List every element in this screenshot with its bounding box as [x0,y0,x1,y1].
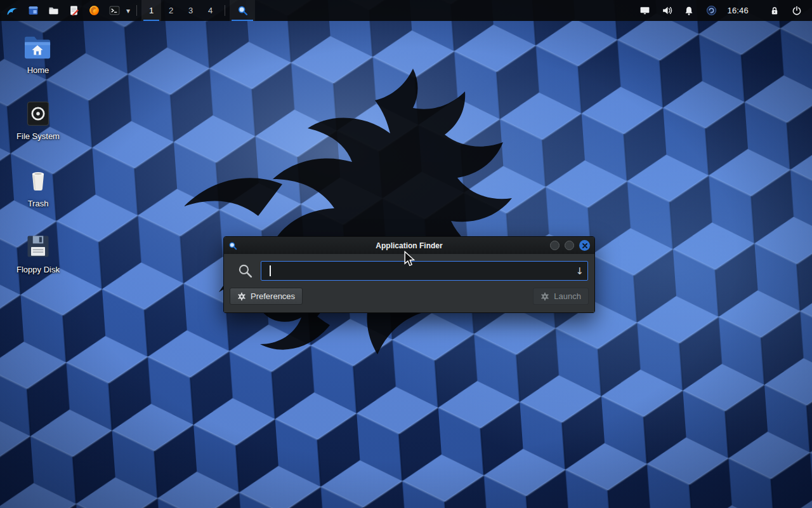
clock[interactable]: 16:46 [727,6,749,15]
panel-tray-area: 16:46 [638,0,809,21]
screen-lock-button[interactable] [768,0,781,21]
window-body: ↓ Preferences [224,254,594,312]
launch-icon [540,292,549,301]
workspace-1[interactable]: 1 [141,0,161,21]
text-caret [270,265,271,276]
desktop-icon-floppy-disk[interactable]: Floppy Disk [3,232,73,274]
kali-logo-icon [6,4,20,18]
kali-menu-button[interactable] [3,0,23,21]
launch-button[interactable]: Launch [533,288,589,305]
floppy-disk-icon [24,232,52,260]
lock-icon [769,6,780,16]
trash-icon [24,165,52,194]
workspace-4[interactable]: 4 [200,0,220,21]
gear-icon [237,292,246,301]
panel-left-area: ▾ 1 2 3 4 [3,0,255,21]
search-icon [237,263,253,279]
panel-separator [225,5,225,16]
home-folder-icon [23,34,53,61]
firefox-icon [89,5,100,16]
session-power-button[interactable] [790,0,803,21]
volume-icon [662,5,672,16]
launcher-file-manager[interactable] [43,0,63,21]
preferences-label: Preferences [251,291,295,301]
desktop: ▾ 1 2 3 4 [0,0,812,508]
launch-label: Launch [554,291,581,301]
folder-icon [48,5,59,16]
search-input[interactable] [261,261,588,281]
desktop-icon-home[interactable]: Home [3,34,73,75]
preferences-button[interactable]: Preferences [230,288,303,305]
display-tray-button[interactable] [638,0,651,21]
window-icon [28,5,39,16]
application-finder-icon [237,5,248,16]
bell-icon [684,6,694,16]
panel-separator [136,5,137,16]
launcher-firefox[interactable] [84,0,104,21]
terminal-icon [109,5,120,16]
launcher-window-manager[interactable] [23,0,43,21]
desktop-icon-label: File System [16,131,60,141]
top-panel: ▾ 1 2 3 4 [0,0,812,21]
file-system-drive-icon [24,100,52,127]
desktop-icon-label: Home [27,65,49,75]
close-button[interactable] [579,240,590,251]
launcher-text-editor[interactable] [63,0,84,21]
launcher-terminal[interactable] [104,0,124,21]
desktop-icon-file-system[interactable]: File System [3,100,73,141]
display-icon [639,5,650,16]
window-controls [550,240,590,251]
search-input-wrap: ↓ [261,261,588,281]
window-app-icon [228,241,237,250]
volume-tray-button[interactable] [660,0,673,21]
workspace-2[interactable]: 2 [161,0,181,21]
button-row: Preferences Launch [230,288,589,305]
launcher-terminal-group: ▾ [104,0,132,21]
desktop-icon-label: Floppy Disk [16,265,60,274]
maximize-button[interactable] [565,241,574,250]
close-icon [582,243,588,249]
notifications-tray-button[interactable] [683,0,695,21]
updates-icon [706,5,717,16]
minimize-button[interactable] [550,241,560,250]
application-finder-window: Application Finder [223,236,595,313]
workspace-switcher: 1 2 3 4 [141,0,220,21]
desktop-icon-label: Trash [28,199,49,208]
text-editor-icon [69,5,79,16]
chevron-down-icon: ▾ [126,6,130,15]
search-row: ↓ [230,260,589,281]
desktop-icon-trash[interactable]: Trash [3,165,73,208]
terminal-dropdown-button[interactable]: ▾ [124,7,132,15]
taskbar-application-finder[interactable] [230,0,255,21]
workspace-3[interactable]: 3 [181,0,200,21]
updates-tray-button[interactable] [705,0,717,21]
power-icon [792,6,802,16]
window-title: Application Finder [224,241,594,250]
titlebar[interactable]: Application Finder [224,237,594,254]
